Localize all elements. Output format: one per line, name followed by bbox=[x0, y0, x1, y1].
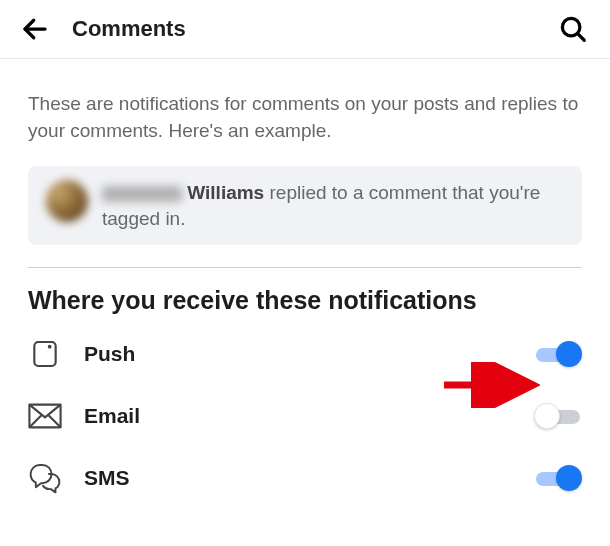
sms-toggle[interactable] bbox=[534, 464, 582, 492]
example-notification-card: Williams replied to a comment that you'r… bbox=[28, 166, 582, 245]
section-title: Where you receive these notifications bbox=[0, 268, 610, 323]
search-icon bbox=[558, 14, 588, 44]
option-row-push: Push bbox=[0, 323, 610, 385]
page-title: Comments bbox=[72, 16, 554, 42]
header: Comments bbox=[0, 0, 610, 59]
back-arrow-icon bbox=[20, 14, 50, 44]
example-last-name: Williams bbox=[187, 182, 264, 203]
back-button[interactable] bbox=[16, 10, 54, 48]
push-label: Push bbox=[84, 342, 512, 366]
redacted-name bbox=[102, 186, 182, 202]
option-row-sms: SMS bbox=[0, 447, 610, 509]
svg-rect-3 bbox=[34, 342, 55, 366]
email-label: Email bbox=[84, 404, 512, 428]
push-toggle[interactable] bbox=[534, 340, 582, 368]
avatar bbox=[46, 180, 88, 222]
sms-label: SMS bbox=[84, 466, 512, 490]
option-row-email: Email bbox=[0, 385, 610, 447]
sms-icon bbox=[28, 461, 62, 495]
svg-line-6 bbox=[29, 416, 40, 427]
svg-point-4 bbox=[48, 345, 52, 349]
email-icon bbox=[28, 399, 62, 433]
svg-line-7 bbox=[49, 416, 60, 427]
email-toggle[interactable] bbox=[534, 402, 582, 430]
example-text: Williams replied to a comment that you'r… bbox=[102, 180, 564, 231]
push-icon bbox=[28, 337, 62, 371]
svg-line-2 bbox=[577, 33, 584, 40]
search-button[interactable] bbox=[554, 10, 592, 48]
description-text: These are notifications for comments on … bbox=[0, 59, 610, 158]
